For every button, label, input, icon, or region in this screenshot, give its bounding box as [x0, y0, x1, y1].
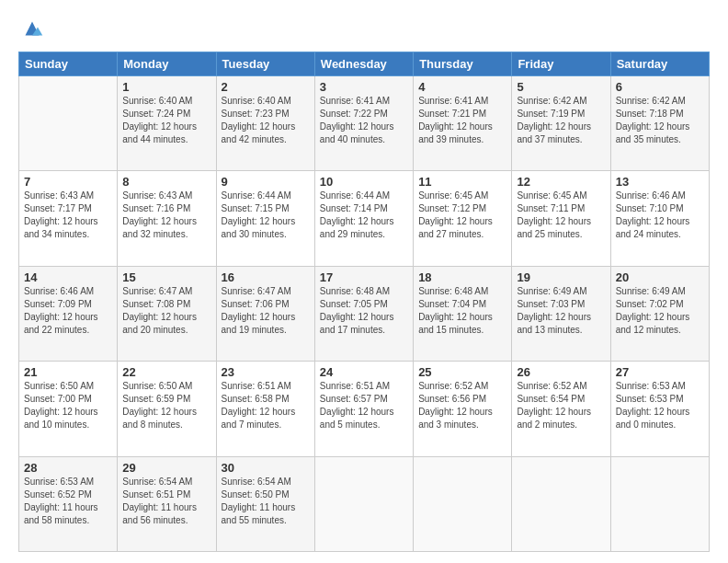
day-number: 2 — [222, 80, 310, 94]
day-info: Sunrise: 6:49 AM Sunset: 7:03 PM Dayligh… — [517, 285, 605, 337]
day-info: Sunrise: 6:47 AM Sunset: 7:06 PM Dayligh… — [222, 285, 310, 337]
day-info: Sunrise: 6:50 AM Sunset: 6:59 PM Dayligh… — [122, 380, 210, 431]
day-number: 12 — [517, 175, 605, 189]
calendar-cell: 17Sunrise: 6:48 AM Sunset: 7:05 PM Dayli… — [314, 266, 413, 361]
day-info: Sunrise: 6:45 AM Sunset: 7:11 PM Dayligh… — [517, 190, 605, 241]
day-info: Sunrise: 6:53 AM Sunset: 6:52 PM Dayligh… — [24, 476, 112, 527]
calendar-cell: 21Sunrise: 6:50 AM Sunset: 7:00 PM Dayli… — [19, 362, 118, 456]
calendar-cell: 1Sunrise: 6:40 AM Sunset: 7:24 PM Daylig… — [118, 76, 216, 171]
day-info: Sunrise: 6:51 AM Sunset: 6:58 PM Dayligh… — [222, 380, 310, 431]
day-number: 4 — [418, 80, 506, 94]
day-info: Sunrise: 6:42 AM Sunset: 7:18 PM Dayligh… — [616, 95, 704, 146]
calendar-cell: 8Sunrise: 6:43 AM Sunset: 7:16 PM Daylig… — [118, 171, 216, 266]
calendar-cell: 6Sunrise: 6:42 AM Sunset: 7:18 PM Daylig… — [610, 76, 709, 171]
calendar-cell: 9Sunrise: 6:44 AM Sunset: 7:15 PM Daylig… — [216, 171, 314, 266]
calendar-week-row: 7Sunrise: 6:43 AM Sunset: 7:17 PM Daylig… — [19, 171, 710, 266]
day-number: 11 — [418, 175, 506, 189]
calendar-cell: 29Sunrise: 6:54 AM Sunset: 6:51 PM Dayli… — [118, 456, 216, 551]
day-number: 26 — [517, 365, 605, 379]
header — [18, 15, 710, 42]
day-number: 27 — [616, 365, 704, 379]
day-info: Sunrise: 6:44 AM Sunset: 7:14 PM Dayligh… — [320, 190, 408, 241]
calendar-week-row: 1Sunrise: 6:40 AM Sunset: 7:24 PM Daylig… — [19, 76, 710, 171]
day-info: Sunrise: 6:54 AM Sunset: 6:50 PM Dayligh… — [222, 476, 310, 527]
calendar-cell: 18Sunrise: 6:48 AM Sunset: 7:04 PM Dayli… — [414, 266, 512, 361]
day-number: 18 — [418, 270, 506, 284]
calendar-header-friday: Friday — [512, 52, 610, 76]
calendar-cell — [314, 456, 413, 551]
calendar-week-row: 14Sunrise: 6:46 AM Sunset: 7:09 PM Dayli… — [19, 266, 710, 361]
calendar-cell: 13Sunrise: 6:46 AM Sunset: 7:10 PM Dayli… — [610, 171, 709, 266]
day-info: Sunrise: 6:45 AM Sunset: 7:12 PM Dayligh… — [418, 190, 506, 241]
calendar-header-saturday: Saturday — [610, 52, 709, 76]
calendar-header-row: SundayMondayTuesdayWednesdayThursdayFrid… — [19, 52, 710, 76]
calendar-cell: 3Sunrise: 6:41 AM Sunset: 7:22 PM Daylig… — [314, 76, 413, 171]
calendar-cell: 24Sunrise: 6:51 AM Sunset: 6:57 PM Dayli… — [314, 362, 413, 456]
calendar-header-sunday: Sunday — [19, 52, 118, 76]
day-number: 25 — [418, 365, 506, 379]
day-number: 29 — [122, 461, 210, 475]
day-info: Sunrise: 6:50 AM Sunset: 7:00 PM Dayligh… — [24, 380, 112, 431]
day-number: 23 — [222, 365, 310, 379]
calendar-cell: 11Sunrise: 6:45 AM Sunset: 7:12 PM Dayli… — [414, 171, 512, 266]
day-info: Sunrise: 6:54 AM Sunset: 6:51 PM Dayligh… — [122, 476, 210, 527]
day-number: 7 — [24, 175, 112, 189]
calendar-cell: 20Sunrise: 6:49 AM Sunset: 7:02 PM Dayli… — [610, 266, 709, 361]
day-info: Sunrise: 6:43 AM Sunset: 7:16 PM Dayligh… — [122, 190, 210, 241]
day-info: Sunrise: 6:52 AM Sunset: 6:56 PM Dayligh… — [418, 380, 506, 431]
day-number: 5 — [517, 80, 605, 94]
day-info: Sunrise: 6:51 AM Sunset: 6:57 PM Dayligh… — [320, 380, 408, 431]
day-info: Sunrise: 6:43 AM Sunset: 7:17 PM Dayligh… — [24, 190, 112, 241]
day-info: Sunrise: 6:53 AM Sunset: 6:53 PM Dayligh… — [616, 380, 704, 431]
day-number: 19 — [517, 270, 605, 284]
logo-icon — [18, 15, 46, 42]
calendar-cell — [19, 76, 118, 171]
calendar-cell — [610, 456, 709, 551]
day-number: 20 — [616, 270, 704, 284]
day-number: 10 — [320, 175, 408, 189]
calendar-header-thursday: Thursday — [414, 52, 512, 76]
day-info: Sunrise: 6:40 AM Sunset: 7:23 PM Dayligh… — [222, 95, 310, 146]
calendar-cell: 27Sunrise: 6:53 AM Sunset: 6:53 PM Dayli… — [610, 362, 709, 456]
day-info: Sunrise: 6:48 AM Sunset: 7:05 PM Dayligh… — [320, 285, 408, 337]
day-number: 8 — [122, 175, 210, 189]
day-number: 3 — [320, 80, 408, 94]
calendar-table: SundayMondayTuesdayWednesdayThursdayFrid… — [18, 52, 710, 552]
calendar-cell: 28Sunrise: 6:53 AM Sunset: 6:52 PM Dayli… — [19, 456, 118, 551]
day-info: Sunrise: 6:40 AM Sunset: 7:24 PM Dayligh… — [122, 95, 210, 146]
day-info: Sunrise: 6:46 AM Sunset: 7:10 PM Dayligh… — [616, 190, 704, 241]
day-number: 14 — [24, 270, 112, 284]
calendar-cell — [414, 456, 512, 551]
day-info: Sunrise: 6:46 AM Sunset: 7:09 PM Dayligh… — [24, 285, 112, 337]
day-number: 13 — [616, 175, 704, 189]
calendar-cell: 10Sunrise: 6:44 AM Sunset: 7:14 PM Dayli… — [314, 171, 413, 266]
calendar-cell: 4Sunrise: 6:41 AM Sunset: 7:21 PM Daylig… — [414, 76, 512, 171]
calendar-cell: 14Sunrise: 6:46 AM Sunset: 7:09 PM Dayli… — [19, 266, 118, 361]
calendar-week-row: 28Sunrise: 6:53 AM Sunset: 6:52 PM Dayli… — [19, 456, 710, 551]
page: SundayMondayTuesdayWednesdayThursdayFrid… — [0, 0, 728, 563]
calendar-header-monday: Monday — [118, 52, 216, 76]
day-info: Sunrise: 6:41 AM Sunset: 7:21 PM Dayligh… — [418, 95, 506, 146]
day-number: 17 — [320, 270, 408, 284]
day-info: Sunrise: 6:48 AM Sunset: 7:04 PM Dayligh… — [418, 285, 506, 337]
calendar-cell: 26Sunrise: 6:52 AM Sunset: 6:54 PM Dayli… — [512, 362, 610, 456]
day-info: Sunrise: 6:44 AM Sunset: 7:15 PM Dayligh… — [222, 190, 310, 241]
calendar-cell: 12Sunrise: 6:45 AM Sunset: 7:11 PM Dayli… — [512, 171, 610, 266]
day-number: 15 — [122, 270, 210, 284]
day-number: 24 — [320, 365, 408, 379]
calendar-cell: 2Sunrise: 6:40 AM Sunset: 7:23 PM Daylig… — [216, 76, 314, 171]
day-number: 6 — [616, 80, 704, 94]
day-number: 1 — [122, 80, 210, 94]
calendar-cell: 15Sunrise: 6:47 AM Sunset: 7:08 PM Dayli… — [118, 266, 216, 361]
day-number: 9 — [222, 175, 310, 189]
day-info: Sunrise: 6:41 AM Sunset: 7:22 PM Dayligh… — [320, 95, 408, 146]
calendar-cell — [512, 456, 610, 551]
day-info: Sunrise: 6:42 AM Sunset: 7:19 PM Dayligh… — [517, 95, 605, 146]
calendar-week-row: 21Sunrise: 6:50 AM Sunset: 7:00 PM Dayli… — [19, 362, 710, 456]
calendar-cell: 23Sunrise: 6:51 AM Sunset: 6:58 PM Dayli… — [216, 362, 314, 456]
calendar-cell: 22Sunrise: 6:50 AM Sunset: 6:59 PM Dayli… — [118, 362, 216, 456]
calendar-cell: 7Sunrise: 6:43 AM Sunset: 7:17 PM Daylig… — [19, 171, 118, 266]
calendar-header-wednesday: Wednesday — [314, 52, 413, 76]
day-info: Sunrise: 6:49 AM Sunset: 7:02 PM Dayligh… — [616, 285, 704, 337]
day-number: 30 — [222, 461, 310, 475]
